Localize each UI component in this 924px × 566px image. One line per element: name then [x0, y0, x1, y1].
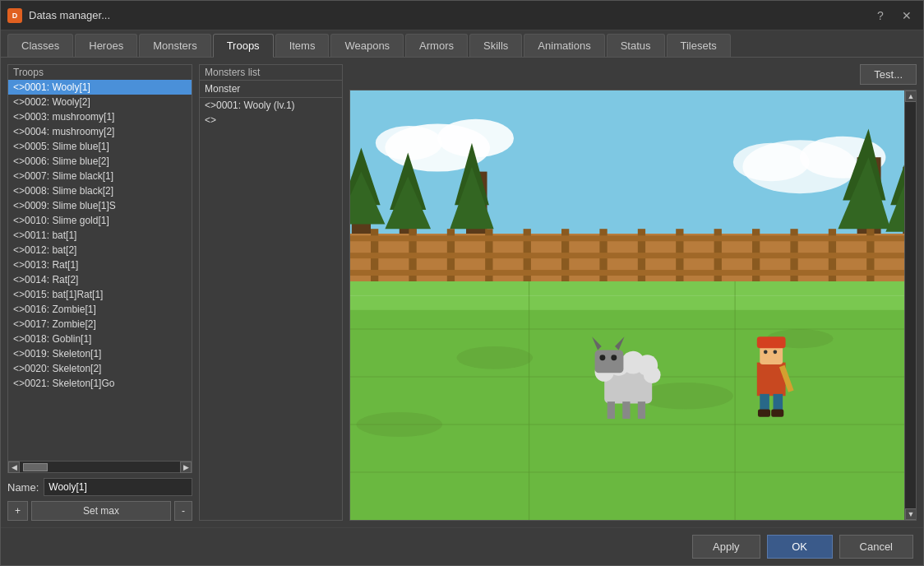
list-item[interactable]: <>0017: Zombie[2] — [8, 317, 192, 332]
svg-point-60 — [644, 366, 661, 383]
right-panel: Test... — [349, 64, 917, 521]
remove-button[interactable]: - — [174, 501, 192, 521]
middle-panel: Monsters list Monster <>0001: Wooly (lv.… — [199, 64, 343, 521]
list-item[interactable]: <>0006: Slime blue[2] — [8, 154, 192, 169]
footer: Apply OK Cancel — [1, 527, 923, 565]
left-panel: Troops <>0001: Wooly[1] <>0002: Wooly[2]… — [7, 64, 192, 521]
tab-status[interactable]: Status — [607, 34, 665, 57]
list-item[interactable]: <>0011: bat[1] — [8, 228, 192, 243]
titlebar: D Datas manager... ? ✕ — [1, 1, 923, 30]
scroll-up-arrow[interactable]: ▲ — [905, 90, 917, 102]
tab-skills[interactable]: Skills — [469, 34, 522, 57]
monster-col-header: Monster — [200, 81, 342, 98]
list-item[interactable]: <>0012: bat[2] — [8, 243, 192, 257]
battle-scene-svg — [350, 90, 916, 520]
troops-list-container: <>0001: Wooly[1] <>0002: Wooly[2] <>0003… — [8, 80, 192, 461]
monsters-group: Monsters list Monster <>0001: Wooly (lv.… — [199, 64, 343, 521]
monster-item[interactable]: <>0001: Wooly (lv.1) — [200, 98, 342, 113]
list-item[interactable]: <>0013: Rat[1] — [8, 257, 192, 272]
battle-view-scrollbar[interactable]: ▲ ▼ — [904, 90, 916, 520]
scroll-down-arrow[interactable]: ▼ — [905, 508, 917, 520]
list-item[interactable]: <>0002: Wooly[2] — [8, 95, 192, 109]
test-button[interactable]: Test... — [860, 64, 917, 85]
close-button[interactable]: ✕ — [897, 6, 917, 26]
list-item[interactable]: <>0021: Skeleton[1]Go — [8, 376, 192, 391]
svg-point-54 — [357, 412, 442, 437]
svg-point-63 — [611, 355, 617, 360]
list-item[interactable]: <>0018: Goblin[1] — [8, 332, 192, 346]
svg-point-3 — [376, 126, 442, 160]
svg-point-72 — [764, 350, 768, 355]
svg-rect-42 — [350, 270, 916, 276]
list-item[interactable]: <>0019: Skeleton[1] — [8, 346, 192, 361]
troops-group: Troops <>0001: Wooly[1] <>0002: Wooly[2]… — [7, 64, 192, 473]
list-item[interactable]: <>0020: Skeleton[2] — [8, 361, 192, 376]
name-row: Name: — [7, 478, 192, 496]
tab-tilesets[interactable]: Tilesets — [667, 34, 731, 57]
list-item[interactable]: <>0008: Slime black[2] — [8, 183, 192, 198]
svg-point-51 — [456, 346, 533, 369]
ok-button[interactable]: OK — [767, 535, 833, 559]
list-item[interactable]: <>0007: Slime black[1] — [8, 169, 192, 183]
help-button[interactable]: ? — [871, 6, 890, 26]
tab-troops[interactable]: Troops — [213, 34, 274, 58]
monster-item[interactable]: <> — [200, 113, 342, 128]
apply-button[interactable]: Apply — [692, 535, 760, 559]
test-row: Test... — [349, 64, 917, 85]
scroll-left-arrow[interactable]: ◀ — [8, 462, 20, 473]
main-window: D Datas manager... ? ✕ Classes Heroes Mo… — [0, 0, 924, 566]
list-item[interactable]: <>0004: mushroomy[2] — [8, 124, 192, 139]
list-item[interactable]: <>0009: Slime blue[1]S — [8, 198, 192, 213]
list-item[interactable]: <>0003: mushroomy[1] — [8, 109, 192, 124]
troops-horizontal-scrollbar[interactable]: ◀ ▶ — [8, 461, 192, 472]
svg-rect-71 — [757, 336, 786, 348]
list-item[interactable]: <>0016: Zombie[1] — [8, 302, 192, 317]
scroll-right-arrow[interactable]: ▶ — [180, 462, 192, 473]
bottom-controls: + Set max - — [7, 501, 192, 521]
svg-rect-78 — [771, 409, 783, 416]
svg-rect-40 — [350, 235, 916, 241]
svg-point-2 — [437, 119, 514, 157]
svg-rect-66 — [608, 401, 615, 419]
tab-classes[interactable]: Classes — [7, 34, 73, 57]
svg-point-6 — [733, 143, 810, 181]
set-max-button[interactable]: Set max — [31, 501, 171, 521]
svg-rect-41 — [350, 253, 916, 258]
svg-rect-68 — [638, 401, 645, 419]
monsters-list-header: Monsters list — [200, 65, 342, 81]
svg-point-73 — [774, 350, 778, 355]
list-item[interactable]: <>0015: bat[1]Rat[1] — [8, 287, 192, 302]
tab-weapons[interactable]: Weapons — [330, 34, 404, 57]
add-button[interactable]: + — [7, 501, 28, 521]
battle-view: ▲ ▼ — [349, 90, 917, 521]
svg-rect-77 — [758, 409, 770, 416]
window-controls: ? ✕ — [871, 6, 917, 26]
scrollbar-track — [905, 102, 916, 508]
monsters-list[interactable]: <>0001: Wooly (lv.1) <> — [200, 98, 342, 520]
name-input[interactable] — [44, 478, 192, 496]
troops-list-scroll[interactable]: <>0001: Wooly[1] <>0002: Wooly[2] <>0003… — [8, 80, 192, 461]
tab-armors[interactable]: Armors — [405, 34, 468, 57]
app-icon: D — [7, 8, 22, 23]
tab-monsters[interactable]: Monsters — [139, 34, 210, 57]
cancel-button[interactable]: Cancel — [839, 535, 913, 559]
list-item[interactable]: <>0010: Slime gold[1] — [8, 213, 192, 228]
list-item[interactable]: <>0005: Slime blue[1] — [8, 139, 192, 154]
troops-group-label: Troops — [8, 65, 192, 80]
tab-heroes[interactable]: Heroes — [75, 34, 137, 57]
list-item[interactable]: <>0014: Rat[2] — [8, 272, 192, 287]
horizontal-scrollbar-thumb[interactable] — [23, 463, 48, 471]
window-title: Datas manager... — [29, 9, 871, 21]
tab-animations[interactable]: Animations — [524, 34, 604, 57]
svg-rect-67 — [622, 401, 630, 419]
name-label: Name: — [7, 481, 39, 494]
list-item[interactable]: <>0001: Wooly[1] — [8, 80, 192, 95]
tabs-bar: Classes Heroes Monsters Troops Items Wea… — [1, 30, 923, 58]
tab-items[interactable]: Items — [275, 34, 330, 57]
svg-rect-61 — [595, 350, 624, 373]
content-area: Troops <>0001: Wooly[1] <>0002: Wooly[2]… — [1, 58, 923, 527]
svg-point-62 — [599, 355, 605, 360]
